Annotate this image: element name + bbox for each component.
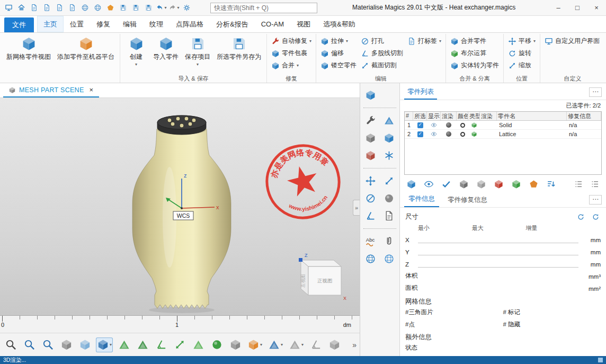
- clip-view-icon[interactable]: [362, 147, 379, 163]
- section-cut-button[interactable]: 截面切割: [359, 60, 405, 70]
- translate-button[interactable]: 平移 ▾: [506, 36, 537, 46]
- tab-texture[interactable]: 纹理: [143, 16, 170, 32]
- selection-cube-icon[interactable]: [362, 87, 379, 103]
- scene-tab-close-icon[interactable]: ×: [90, 86, 94, 94]
- save-all-icon[interactable]: [143, 2, 154, 13]
- home-icon[interactable]: [16, 2, 27, 13]
- attachment-clip-icon[interactable]: [380, 233, 397, 249]
- render-mode-icon[interactable]: [446, 122, 451, 128]
- tab-fix[interactable]: 修复: [90, 16, 117, 32]
- select-all-triangles-icon[interactable]: [209, 338, 224, 352]
- table-row[interactable]: 1 Solid n/a: [405, 121, 601, 130]
- wireframe-part-icon[interactable]: [474, 177, 488, 191]
- tab-position[interactable]: 位置: [64, 16, 90, 32]
- measure-pointer-icon[interactable]: [380, 112, 397, 128]
- tab-view[interactable]: 视图: [290, 16, 317, 32]
- viewport-canvas[interactable]: z x WCS 亦是美网络专用章 www.yishimei.cn: [0, 98, 360, 315]
- unload-part-icon[interactable]: [492, 177, 505, 191]
- angle-measure-icon[interactable]: [362, 208, 379, 224]
- new-scene-doc-icon[interactable]: [29, 2, 40, 13]
- update-dimensions-button[interactable]: [575, 211, 586, 222]
- render-mode-icon[interactable]: [446, 131, 451, 137]
- row-checkbox[interactable]: [417, 131, 423, 137]
- search-input[interactable]: [210, 3, 317, 13]
- new-mesh-view-button[interactable]: 新网格零件视图: [4, 34, 54, 62]
- globe-parts-icon[interactable]: [79, 2, 91, 13]
- settings-gear-icon[interactable]: [181, 2, 192, 13]
- punch-hole-button[interactable]: 打孔: [359, 36, 405, 46]
- tab-part-fix-info[interactable]: 零件修复信息: [443, 193, 492, 207]
- panel-menu-button[interactable]: ⋯: [589, 195, 602, 205]
- color-swatch[interactable]: [460, 123, 465, 128]
- close-button[interactable]: ×: [587, 0, 606, 16]
- mark-triangle-icon[interactable]: [117, 338, 131, 352]
- minimize-button[interactable]: –: [549, 0, 568, 16]
- render-sphere-icon[interactable]: [380, 190, 397, 206]
- scene-tab[interactable]: MESH PART SCENE ×: [3, 83, 99, 97]
- create-button[interactable]: 创建 ▾: [123, 34, 149, 67]
- platform-slab-icon[interactable]: [527, 177, 540, 191]
- tab-lattice[interactable]: 点阵晶格: [170, 16, 210, 32]
- zoom-selection-icon[interactable]: [40, 338, 55, 352]
- save-project-icon[interactable]: [118, 2, 129, 13]
- view-back-face-icon[interactable]: [362, 130, 379, 146]
- offset-button[interactable]: 偏移: [319, 48, 358, 58]
- tools-wrench-icon[interactable]: [362, 112, 379, 128]
- solid-to-part-button[interactable]: 实体转为零件: [449, 60, 501, 70]
- save-machine-icon[interactable]: [130, 2, 141, 13]
- table-row[interactable]: 2 Lattice n/a: [405, 130, 601, 139]
- triangle-annotate-icon[interactable]: ▾: [288, 338, 305, 352]
- cube-grid-icon[interactable]: [228, 338, 243, 352]
- rotate-button[interactable]: 旋转: [506, 48, 537, 58]
- mark-brush-icon[interactable]: [172, 338, 187, 352]
- annotation-text-icon[interactable]: [362, 233, 379, 249]
- save-selected-as-button[interactable]: 所选零件另存为: [214, 34, 264, 62]
- color-swatch[interactable]: [460, 132, 465, 137]
- auto-refresh-button[interactable]: [590, 211, 601, 222]
- maximize-button[interactable]: □: [568, 0, 587, 16]
- view-cube[interactable]: 正视图 左视图 Z X: [299, 253, 346, 301]
- texture-globe-icon[interactable]: [380, 251, 397, 267]
- add-to-platform-button[interactable]: 添加零件至机器平台: [55, 34, 117, 62]
- import-doc-icon[interactable]: [41, 2, 52, 13]
- row-checkbox[interactable]: [417, 122, 423, 128]
- tab-home[interactable]: 主页: [37, 16, 64, 32]
- mark-shell-icon[interactable]: [191, 338, 206, 352]
- move-measure-icon[interactable]: [362, 173, 379, 189]
- hollow-part-button[interactable]: 镂空零件: [319, 60, 358, 70]
- view-detail-list-icon[interactable]: [588, 177, 602, 191]
- machine-doc-icon[interactable]: [67, 2, 78, 13]
- add-part-icon[interactable]: [404, 177, 418, 191]
- shape-compare-icon[interactable]: [327, 338, 342, 352]
- customize-ui-button[interactable]: 自定义用户界面: [543, 36, 601, 46]
- tab-edit[interactable]: 编辑: [117, 16, 143, 32]
- panel-menu-button[interactable]: ⋯: [589, 87, 602, 97]
- toggle-visibility-icon[interactable]: [422, 177, 435, 191]
- tab-file[interactable]: 文件: [4, 17, 34, 32]
- import-part-button[interactable]: 导入零件: [150, 34, 181, 62]
- scale-button[interactable]: 缩放: [506, 60, 537, 70]
- tab-part-info[interactable]: 零件信息: [404, 192, 439, 207]
- globe-scene-icon[interactable]: [92, 2, 103, 13]
- mesh-globe-icon[interactable]: [362, 251, 379, 267]
- session-screen-icon[interactable]: [3, 2, 14, 13]
- visibility-eye-icon[interactable]: [431, 131, 437, 137]
- multi-cut-button[interactable]: 多股线切割: [359, 48, 405, 58]
- platform-scene-icon[interactable]: ▾: [246, 338, 263, 352]
- material-icon[interactable]: [105, 2, 116, 13]
- toolbar-overflow-button[interactable]: »: [352, 341, 357, 349]
- merge-button[interactable]: 合并 ▾: [270, 60, 313, 70]
- flag-doc-icon[interactable]: [54, 2, 65, 13]
- save-project-button[interactable]: 保存项目 ▾: [182, 34, 213, 67]
- tag-button[interactable]: 打标签 ▾: [406, 36, 443, 46]
- redo-icon[interactable]: ▾: [168, 2, 180, 13]
- visibility-eye-icon[interactable]: [431, 122, 437, 128]
- diameter-measure-icon[interactable]: [362, 190, 379, 206]
- duplicate-part-icon[interactable]: [457, 177, 470, 191]
- undo-icon[interactable]: ▾: [156, 2, 167, 13]
- resize-grip[interactable]: [598, 358, 603, 362]
- boolean-button[interactable]: 布尔运算: [449, 48, 501, 58]
- tab-options-help[interactable]: 选项&帮助: [317, 16, 362, 32]
- triangle-info-icon[interactable]: ▾: [267, 338, 284, 352]
- view-wireframe-icon[interactable]: [59, 338, 74, 352]
